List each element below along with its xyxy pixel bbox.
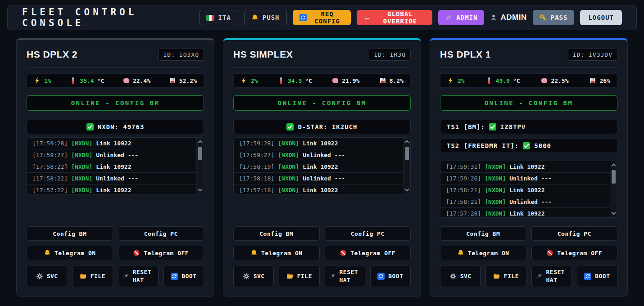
bolt-icon: [447, 77, 454, 84]
scrollbar-thumb[interactable]: [405, 147, 409, 160]
scrollbar-thumb[interactable]: [198, 147, 202, 160]
log-tag: [NXDN]: [485, 198, 506, 205]
italy-flag-icon: [206, 15, 214, 21]
link-status-row-ts2: TS2 [FREEDMR IT]: 5000: [440, 139, 617, 153]
temperature-unit: °C: [305, 77, 312, 84]
config-pc-button[interactable]: Config PC: [531, 226, 618, 241]
divider: [233, 68, 411, 68]
bolt-icon: [240, 77, 248, 84]
logout-button[interactable]: LOGOUT: [580, 10, 622, 25]
card-buttons: Config BM Config PC Telegram ON Telegram…: [27, 226, 204, 287]
scroll-up-icon[interactable]: [405, 140, 409, 145]
scroll-down-icon[interactable]: [612, 211, 616, 215]
file-label: FILE: [504, 273, 519, 279]
log-message: Link 10922: [96, 163, 131, 170]
card-title: HS DPLX 2: [27, 49, 77, 60]
log-scrollbar[interactable]: [196, 138, 204, 194]
log-scrollbar[interactable]: [610, 161, 617, 217]
log-row: [17:58:19][NXDN]Link 10922: [234, 161, 403, 173]
log-panel: [17:59:28][NXDN]Link 10922 [17:59:27][NX…: [27, 137, 204, 194]
scroll-up-icon[interactable]: [198, 140, 203, 145]
card-title: HS DPLX 1: [440, 49, 491, 60]
check-icon: [286, 123, 294, 130]
config-bm-button[interactable]: Config BM: [27, 226, 113, 241]
plug-icon: [535, 273, 543, 280]
telegram-off-button[interactable]: Telegram OFF: [118, 246, 204, 260]
log-time: [17:58:22]: [32, 175, 68, 182]
status-banner: ONLINE - CONFIG BM: [233, 95, 411, 111]
bell-icon: [44, 249, 51, 256]
file-button[interactable]: FILE: [72, 265, 113, 287]
top-bar-actions: ITA PUSH REQ CONFIG GLOBAL OVERRIDE ADMI…: [199, 10, 622, 25]
page-title: FLEET CONTROL CONSOLE: [22, 7, 199, 28]
fleet-console-page: FLEET CONTROL CONSOLE ITA PUSH REQ CONFI…: [0, 0, 644, 297]
config-pc-button[interactable]: Config PC: [325, 226, 411, 241]
tools-icon: [445, 14, 452, 21]
telegram-on-button[interactable]: Telegram ON: [233, 246, 320, 260]
ban-icon: [133, 249, 140, 256]
log-message: Link 10922: [303, 163, 338, 170]
ban-icon: [546, 249, 553, 256]
link-status-value: D-STAR: IK2UCH: [298, 123, 357, 130]
reset-hat-button[interactable]: RESET HAT: [118, 265, 159, 287]
reset-hat-label: RESET HAT: [340, 268, 361, 284]
file-button[interactable]: FILE: [485, 265, 526, 287]
req-config-button[interactable]: REQ CONFIG: [293, 10, 351, 25]
telegram-off-label: Telegram OFF: [350, 250, 395, 256]
telegram-on-button[interactable]: Telegram ON: [440, 246, 526, 260]
svc-button[interactable]: SVC: [440, 265, 481, 287]
config-bm-button[interactable]: Config BM: [233, 226, 320, 241]
telegram-off-button[interactable]: Telegram OFF: [325, 246, 411, 260]
pass-button[interactable]: PASS: [533, 10, 575, 25]
folder-icon: [493, 273, 500, 280]
scroll-down-icon[interactable]: [405, 187, 409, 192]
log-row: [17:59:27][NXDN]Unlinked ---: [234, 149, 403, 161]
scroll-up-icon[interactable]: [612, 164, 616, 168]
log-time: [17:58:18]: [239, 175, 274, 182]
link-status-value: NXDN: 49763: [98, 123, 145, 130]
disk-value: 8.2%: [390, 77, 404, 84]
file-button[interactable]: FILE: [279, 265, 319, 287]
log-message: Link 10922: [96, 140, 131, 147]
log-time: [17:57:18]: [239, 187, 274, 194]
card-buttons: Config BM Config PC Telegram ON Telegram…: [233, 226, 411, 287]
config-pc-button[interactable]: Config PC: [118, 226, 204, 241]
push-button[interactable]: PUSH: [244, 10, 287, 25]
reset-hat-button[interactable]: RESET HAT: [531, 265, 572, 287]
svc-button[interactable]: SVC: [233, 265, 274, 287]
config-bm-button[interactable]: Config BM: [440, 226, 526, 241]
scroll-down-icon[interactable]: [198, 187, 203, 192]
memory-stat: 21.9%: [331, 77, 359, 84]
temperature-value: 49.9: [496, 77, 510, 84]
scrollbar-thumb[interactable]: [612, 170, 616, 184]
svc-button[interactable]: SVC: [27, 265, 67, 287]
language-button[interactable]: ITA: [199, 10, 238, 25]
temperature-unit: °C: [513, 77, 520, 84]
thermometer-icon: [485, 77, 493, 84]
disk-stat: 26%: [589, 77, 610, 84]
link-status-value: 5000: [534, 142, 551, 149]
file-label: FILE: [91, 273, 105, 279]
battery-stat: 2%: [240, 77, 258, 84]
floppy-icon: [589, 77, 596, 84]
bell-icon: [457, 249, 464, 256]
telegram-off-button[interactable]: Telegram OFF: [531, 246, 618, 260]
boot-button[interactable]: BOOT: [577, 265, 617, 287]
admin-button[interactable]: ADMIN: [438, 10, 484, 25]
user-icon: [490, 14, 497, 21]
floppy-icon: [379, 77, 386, 84]
gear-icon: [449, 273, 457, 280]
stats-bar: 1% 35.4°C 22.4% 52.2%: [27, 73, 204, 88]
log-scrollbar[interactable]: [403, 138, 410, 194]
log-row: [17:59:31][NXDN]Link 10922: [440, 161, 610, 173]
boot-button[interactable]: BOOT: [163, 265, 204, 287]
boot-button[interactable]: BOOT: [370, 265, 411, 287]
link-prefix: TS2 [FREEDMR IT]:: [447, 142, 519, 149]
reset-hat-button[interactable]: RESET HAT: [325, 265, 365, 287]
log-message: Link 10922: [509, 163, 544, 170]
global-override-button[interactable]: GLOBAL OVERRIDE: [357, 10, 433, 25]
folder-icon: [286, 273, 294, 280]
telegram-on-button[interactable]: Telegram ON: [27, 246, 113, 260]
temperature-stat: 34.3°C: [277, 77, 312, 84]
log-row: [17:59:27][NXDN]Unlinked ---: [27, 149, 196, 161]
